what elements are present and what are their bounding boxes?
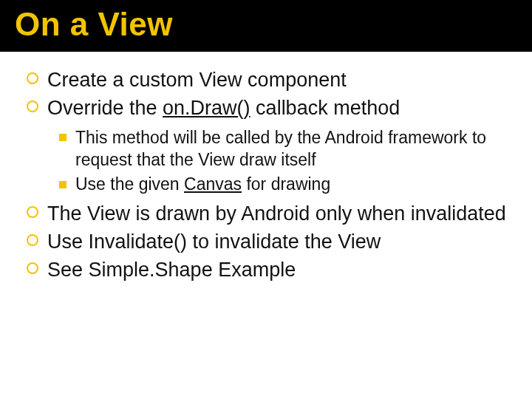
sub-bullet-text-post: for drawing [242,174,330,194]
bullet-item: Create a custom View component [27,68,510,93]
bullet-item: See Simple.Shape Example [27,258,510,283]
sub-bullet-text: This method will be called by the Androi… [75,128,486,169]
bullet-link: on.Draw() [163,97,250,119]
title-bar: On a View [0,0,532,52]
bullet-text: See Simple.Shape Example [47,259,296,281]
sub-bullet-item: Use the given Canvas for drawing [59,174,510,196]
bullet-text-pre: Override the [47,97,163,119]
slide-title: On a View [15,7,517,41]
sub-bullet-item: This method will be called by the Androi… [59,127,510,171]
bullet-text: The View is drawn by Android only when i… [47,202,506,225]
bullet-item: Use Invalidate() to invalidate the View [27,230,510,255]
bullet-list: Create a custom View component Override … [27,68,510,282]
bullet-item: The View is drawn by Android only when i… [27,202,510,227]
sub-bullet-text-pre: Use the given [75,174,184,194]
sub-bullet-link: Canvas [184,174,242,194]
slide-content: Create a custom View component Override … [0,52,532,282]
sub-bullet-list: This method will be called by the Androi… [59,127,510,197]
bullet-text-post: callback method [250,97,400,119]
bullet-text: Use Invalidate() to invalidate the View [47,231,381,253]
bullet-text: Create a custom View component [47,69,347,91]
slide: On a View Create a custom View component… [0,0,532,399]
bullet-item: Override the on.Draw() callback method T… [27,96,510,196]
